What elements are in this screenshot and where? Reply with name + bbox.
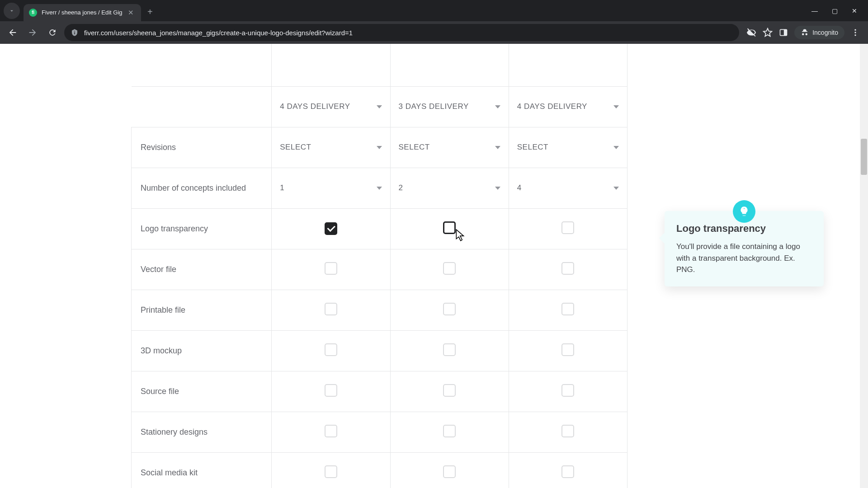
feature-checkbox[interactable] bbox=[325, 343, 337, 356]
feature-checkbox[interactable] bbox=[325, 222, 337, 235]
feature-label: Source file bbox=[132, 371, 272, 412]
row-feature: Printable file bbox=[132, 290, 627, 330]
feature-checkbox[interactable] bbox=[443, 384, 456, 397]
tooltip-body: You'll provide a file containing a logo … bbox=[676, 241, 812, 276]
feature-checkbox[interactable] bbox=[561, 262, 574, 275]
svg-rect-1 bbox=[784, 29, 787, 35]
url-text: fiverr.com/users/sheena_jones/manage_gig… bbox=[84, 29, 353, 37]
incognito-label: Incognito bbox=[812, 29, 838, 36]
packages-table: 4 DAYS DELIVERY 3 DAYS DELIVERY 4 DAYS D… bbox=[131, 44, 627, 488]
tab-title: Fiverr / sheena jones / Edit Gig bbox=[42, 9, 126, 16]
row-feature: Vector file bbox=[132, 249, 627, 290]
minimize-button[interactable]: — bbox=[810, 7, 819, 14]
feature-checkbox[interactable] bbox=[443, 425, 456, 437]
feature-label: Logo transparency bbox=[132, 208, 272, 249]
info-tooltip: Logo transparency You'll provide a file … bbox=[665, 211, 824, 286]
feature-checkbox[interactable] bbox=[443, 343, 456, 356]
browser-tab[interactable]: fi Fiverr / sheena jones / Edit Gig ✕ bbox=[24, 4, 141, 21]
concepts-select-premium[interactable]: 4 bbox=[509, 170, 627, 206]
concepts-select-standard[interactable]: 2 bbox=[391, 170, 509, 206]
incognito-icon bbox=[801, 28, 809, 37]
chevron-down-icon bbox=[613, 105, 619, 108]
svg-point-2 bbox=[854, 29, 856, 31]
bookmark-star-icon[interactable] bbox=[763, 28, 773, 38]
feature-checkbox[interactable] bbox=[325, 384, 337, 397]
row-delivery: 4 DAYS DELIVERY 3 DAYS DELIVERY 4 DAYS D… bbox=[132, 86, 627, 127]
vertical-scrollbar[interactable] bbox=[860, 44, 868, 488]
side-panel-icon[interactable] bbox=[779, 28, 788, 37]
delivery-select-premium[interactable]: 4 DAYS DELIVERY bbox=[509, 89, 627, 125]
feature-checkbox[interactable] bbox=[561, 425, 574, 437]
delivery-select-basic[interactable]: 4 DAYS DELIVERY bbox=[272, 89, 390, 125]
tab-search-button[interactable] bbox=[4, 3, 20, 19]
row-feature: Social media kit bbox=[132, 452, 627, 488]
tooltip-title: Logo transparency bbox=[676, 223, 812, 235]
row-feature: Source file bbox=[132, 371, 627, 412]
revisions-select-standard[interactable]: SELECT bbox=[391, 129, 509, 165]
feature-checkbox[interactable] bbox=[325, 465, 337, 478]
chevron-down-icon bbox=[495, 187, 500, 190]
feature-checkbox[interactable] bbox=[443, 262, 456, 275]
tab-close-icon[interactable]: ✕ bbox=[126, 9, 136, 17]
feature-label: 3D mockup bbox=[132, 330, 272, 371]
chevron-down-icon bbox=[377, 187, 382, 190]
label-concepts: Number of concepts included bbox=[132, 168, 272, 208]
chevron-down-icon bbox=[613, 187, 619, 190]
feature-checkbox[interactable] bbox=[325, 262, 337, 275]
feature-checkbox[interactable] bbox=[561, 343, 574, 356]
menu-icon[interactable] bbox=[851, 28, 860, 37]
new-tab-button[interactable]: + bbox=[141, 7, 159, 17]
row-feature: 3D mockup bbox=[132, 330, 627, 371]
chevron-down-icon bbox=[495, 105, 500, 108]
feature-checkbox[interactable] bbox=[443, 465, 456, 478]
chevron-down-icon bbox=[377, 146, 382, 149]
eye-off-icon[interactable] bbox=[746, 28, 756, 38]
svg-point-3 bbox=[854, 32, 856, 33]
scrollbar-thumb[interactable] bbox=[861, 139, 867, 175]
feature-label: Vector file bbox=[132, 249, 272, 290]
label-revisions: Revisions bbox=[132, 127, 272, 168]
delivery-select-standard[interactable]: 3 DAYS DELIVERY bbox=[391, 89, 509, 125]
feature-label: Printable file bbox=[132, 290, 272, 330]
row-feature: Stationery designs bbox=[132, 412, 627, 452]
feature-checkbox[interactable] bbox=[561, 303, 574, 315]
reload-button[interactable] bbox=[44, 24, 61, 41]
back-button[interactable] bbox=[5, 24, 21, 41]
address-bar[interactable]: fiverr.com/users/sheena_jones/manage_gig… bbox=[64, 24, 739, 41]
chevron-down-icon bbox=[495, 146, 500, 149]
browser-toolbar: fiverr.com/users/sheena_jones/manage_gig… bbox=[0, 21, 868, 44]
maximize-button[interactable]: ▢ bbox=[830, 7, 839, 14]
feature-label: Stationery designs bbox=[132, 412, 272, 452]
concepts-select-basic[interactable]: 1 bbox=[272, 170, 390, 206]
row-revisions: Revisions SELECT SELECT SELECT bbox=[132, 127, 627, 168]
page-viewport: 4 DAYS DELIVERY 3 DAYS DELIVERY 4 DAYS D… bbox=[0, 44, 868, 488]
titlebar: fi Fiverr / sheena jones / Edit Gig ✕ + … bbox=[0, 0, 868, 21]
lightbulb-icon bbox=[733, 200, 755, 223]
feature-checkbox[interactable] bbox=[561, 465, 574, 478]
window-controls: — ▢ ✕ bbox=[810, 7, 864, 14]
feature-checkbox[interactable] bbox=[325, 303, 337, 315]
feature-label: Social media kit bbox=[132, 452, 272, 488]
feature-checkbox[interactable] bbox=[325, 425, 337, 437]
chevron-down-icon bbox=[613, 146, 619, 149]
site-settings-icon[interactable] bbox=[71, 28, 79, 37]
revisions-select-premium[interactable]: SELECT bbox=[509, 129, 627, 165]
feature-checkbox[interactable] bbox=[443, 221, 456, 234]
close-button[interactable]: ✕ bbox=[850, 7, 859, 14]
revisions-select-basic[interactable]: SELECT bbox=[272, 129, 390, 165]
tab-favicon: fi bbox=[29, 9, 37, 17]
feature-checkbox[interactable] bbox=[443, 303, 456, 315]
row-concepts: Number of concepts included 1 2 4 bbox=[132, 168, 627, 208]
svg-point-4 bbox=[854, 34, 856, 36]
incognito-chip[interactable]: Incognito bbox=[794, 26, 844, 39]
row-feature: Logo transparency bbox=[132, 208, 627, 249]
forward-button[interactable] bbox=[24, 24, 41, 41]
feature-checkbox[interactable] bbox=[561, 221, 574, 234]
feature-checkbox[interactable] bbox=[561, 384, 574, 397]
chevron-down-icon bbox=[377, 105, 382, 108]
